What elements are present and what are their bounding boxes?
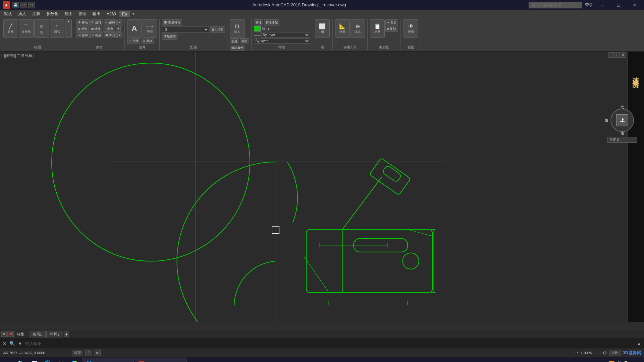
arc-btn[interactable]: ◜ 圆弧 xyxy=(50,19,64,38)
color-box[interactable] xyxy=(254,26,261,32)
ribbon-group-view: 👁 视图 视图 xyxy=(401,19,421,50)
linetype-select[interactable]: ByLayer xyxy=(261,32,310,38)
text-btn[interactable]: A xyxy=(127,19,142,38)
menu-item-parametric[interactable]: 参数化 xyxy=(44,10,61,17)
search-input[interactable] xyxy=(529,2,582,8)
basepoint-btn[interactable]: ⊕ 基点 xyxy=(351,19,365,38)
array-btn[interactable]: ⊞ 阵列 xyxy=(104,32,117,38)
expand-cmd-btn[interactable]: ▲ xyxy=(637,341,641,346)
browser-btn[interactable]: 🌍 xyxy=(68,358,80,362)
create-block-btn[interactable]: 创建 xyxy=(230,38,239,44)
draw-more-btn[interactable]: ▾ xyxy=(65,19,72,38)
edit-attr-btn[interactable]: 编辑属性 xyxy=(230,45,245,51)
edge-btn[interactable]: 🌐 xyxy=(42,358,54,362)
decimal-btn[interactable]: 小数 xyxy=(609,350,621,356)
copy-btn[interactable]: ⧉ 复制 xyxy=(76,26,89,32)
folder-btn[interactable]: 📁 xyxy=(55,358,67,362)
restore-btn[interactable]: □ xyxy=(612,0,625,10)
tab-layout2[interactable]: 布局2 xyxy=(46,331,63,338)
array-more-btn[interactable]: ▾ xyxy=(117,32,122,38)
menu-item-ea[interactable]: Ea xyxy=(119,11,130,17)
user-login[interactable]: 登录 xyxy=(585,2,593,8)
fillet-more-btn[interactable]: ▾ xyxy=(116,26,121,32)
menu-dropdown[interactable]: ▼ xyxy=(132,12,135,16)
undo-btn[interactable]: ↩ xyxy=(20,2,27,8)
paste-btn[interactable]: 📋 粘贴 xyxy=(370,19,385,38)
view-btn[interactable]: 👁 视图 xyxy=(404,19,418,38)
measure-btn[interactable]: 📐 测量 xyxy=(335,19,350,38)
zoom-out-btn[interactable]: - xyxy=(599,350,601,356)
cmd-history-btn[interactable]: ▼ xyxy=(18,341,22,346)
svg-text:8: 8 xyxy=(377,172,380,178)
move-btn[interactable]: ✥ 移动 xyxy=(76,19,90,25)
leader-btn[interactable]: ↗ 引线 xyxy=(127,38,141,44)
copy2-btn[interactable]: ⧉ 复制 xyxy=(385,26,398,32)
viewport-restore-btn[interactable]: □ xyxy=(614,52,620,58)
dimension-btn[interactable]: ←→ 标注 xyxy=(143,19,157,38)
command-input[interactable] xyxy=(25,341,634,346)
mode-btn[interactable]: 模型 xyxy=(72,350,83,356)
svg-point-15 xyxy=(402,253,419,269)
scale-btn[interactable]: ⤡ 缩放 xyxy=(90,32,103,38)
redo-btn[interactable]: ↪ xyxy=(28,2,35,8)
menu-item-insert[interactable]: 插入 xyxy=(15,10,29,17)
menu-item-a360[interactable]: A360 xyxy=(104,11,119,17)
search-taskbar-btn[interactable]: 🔍 xyxy=(15,358,27,362)
menu-item-annotation[interactable]: 注释 xyxy=(30,10,43,17)
cmd-close-btn[interactable]: ✕ xyxy=(3,341,7,346)
stretch-btn[interactable]: ⇲ 拉伸 xyxy=(76,32,90,38)
network-icon[interactable]: 📶 xyxy=(609,361,614,362)
settings-btn[interactable]: ⚙ xyxy=(603,350,607,356)
grid-btn[interactable]: # xyxy=(85,350,92,356)
volume-icon[interactable]: 🔊 xyxy=(616,361,622,362)
compass-custom-btn[interactable]: 自定义 xyxy=(607,137,637,143)
battery-icon[interactable]: 🔋 xyxy=(623,361,629,362)
tab-model[interactable]: 模型 xyxy=(13,331,28,338)
zoom-in-btn[interactable]: + xyxy=(595,350,597,356)
mirror-btn[interactable]: ⇌ 镜像 xyxy=(90,26,103,32)
taskbar-app-browser[interactable]: 🌐 邻位帮看看这个图怎... xyxy=(82,358,133,362)
minimize-btn[interactable]: ─ xyxy=(596,0,609,10)
compass-center[interactable]: 上 xyxy=(616,114,628,126)
menu-item-output[interactable]: 输出 xyxy=(90,10,103,17)
cut-btn[interactable]: ✂ 剪切 xyxy=(385,19,398,25)
snap-btn[interactable]: ⊕ xyxy=(94,350,101,356)
menu-item-view[interactable]: 视图 xyxy=(62,10,75,17)
viewport-close-btn[interactable]: ✕ xyxy=(621,52,626,58)
rotate-btn[interactable]: ↻ 旋转 xyxy=(90,19,103,25)
match-props-btn[interactable]: 特性匹配 xyxy=(264,19,279,25)
insert-block-btn[interactable]: ⊡ 插入 xyxy=(230,19,245,38)
match-layer-btn[interactable]: 匹配图层 xyxy=(162,34,177,40)
compass-west: 西 xyxy=(604,118,608,123)
task-view-btn[interactable]: ⬜ xyxy=(28,358,40,362)
menu-item-default[interactable]: 默认 xyxy=(1,10,15,17)
add-tab-btn[interactable]: + xyxy=(64,331,69,337)
fillet-btn[interactable]: ⌐ 圆角 xyxy=(103,26,115,32)
close-tab-btn[interactable]: ✕ xyxy=(1,331,7,337)
start-btn[interactable]: ⊞ xyxy=(1,358,13,362)
music-panel: 请 欣 赏 xyxy=(627,52,644,322)
trim-btn[interactable]: ✂ 修剪 xyxy=(104,19,117,25)
trim-more-btn[interactable]: ▾ xyxy=(117,19,122,25)
layer-select[interactable]: 0 绿 xyxy=(162,26,209,33)
ribbon-group-clipboard: 📋 粘贴 ✂ 剪切 ⧉ 复制 剪贴板 xyxy=(368,19,401,50)
viewport[interactable]: [-][俯视][二维线框] R58 R25 R38 xyxy=(0,52,644,322)
tab-layout1[interactable]: 布局1 xyxy=(29,331,46,338)
line-btn[interactable]: ╱ 直线 xyxy=(3,19,18,38)
circle-btn[interactable]: ○ 圆 xyxy=(34,19,49,38)
layer-props-btn[interactable]: ⊞ 图层特性 xyxy=(162,19,182,25)
group-btn[interactable]: ⬜ 组 xyxy=(315,19,330,38)
viewport-minimize-btn[interactable]: ─ xyxy=(608,52,614,58)
set-current-btn[interactable]: 置为当前 xyxy=(210,26,225,33)
menu-item-manage[interactable]: 管理 xyxy=(76,10,89,17)
cmd-search-btn[interactable]: 🔍 xyxy=(9,341,15,346)
polyline-btn[interactable]: ⌒ 多段线 xyxy=(19,19,34,38)
pin-tab-btn[interactable]: 📌 xyxy=(7,331,13,337)
close-btn[interactable]: ✕ xyxy=(628,0,641,10)
table-btn[interactable]: ⊞ 表格 xyxy=(141,38,154,44)
lineweight-select[interactable]: ByLayer xyxy=(254,38,310,44)
quick-access-btn[interactable]: 💾 xyxy=(12,2,19,8)
properties-btn[interactable]: 特性 xyxy=(254,19,263,25)
taskbar-app-autocad[interactable]: A Autodesk AutoCAD 2... xyxy=(135,358,186,362)
edit-block-btn[interactable]: 编辑 xyxy=(240,38,249,44)
